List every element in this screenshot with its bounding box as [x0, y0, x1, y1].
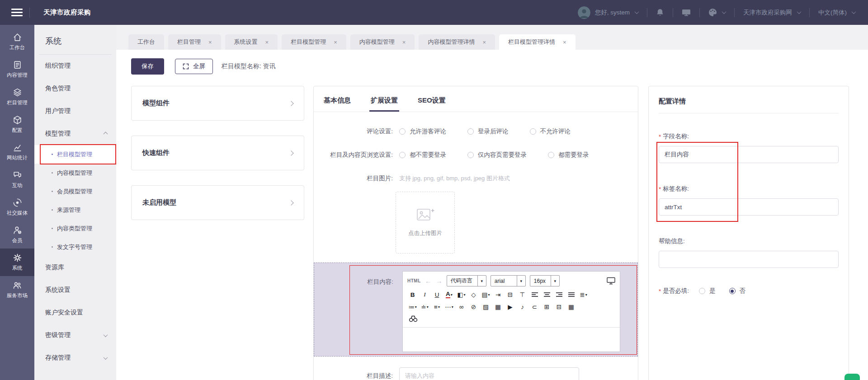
rail-item-columns[interactable]: 栏目管理	[0, 83, 34, 111]
code-language-select[interactable]: 代码语言▾	[447, 275, 486, 286]
clear-format-icon[interactable]: ◇	[468, 290, 479, 300]
rail-item-config[interactable]: 配置	[0, 111, 34, 138]
sidebar-item-doc-number[interactable]: 发文字号管理	[34, 238, 116, 256]
help-info-input[interactable]	[659, 251, 839, 268]
sidebar-item-user[interactable]: 用户管理	[34, 100, 116, 122]
selected-field-block[interactable]: 栏目内容: HTML ← → 代码语言▾ arial▾ 16px▾	[314, 263, 638, 357]
search-binoculars-icon[interactable]	[407, 314, 419, 324]
tab-column-model-detail[interactable]: 栏目模型管理详情×	[499, 34, 576, 50]
radio-required-no[interactable]: 否	[729, 287, 746, 295]
align-left-icon[interactable]	[529, 290, 540, 300]
font-color-icon[interactable]: A▾	[443, 290, 455, 300]
editor-content-area[interactable]	[403, 327, 620, 352]
card-disabled-models[interactable]: 未启用模型	[131, 185, 304, 220]
tab-close-icon[interactable]: ×	[563, 39, 566, 46]
image-icon[interactable]: ▧	[480, 302, 491, 312]
table-split-icon[interactable]: ⊞	[541, 302, 552, 312]
sidebar-item-content-type[interactable]: 内容类型管理	[34, 219, 116, 238]
tab-content-model-detail[interactable]: 内容模型管理详情×	[419, 34, 495, 50]
highlight-color-icon[interactable]: ◧▾	[456, 290, 467, 300]
image-upload-dropzone[interactable]: 点击上传图片	[396, 192, 455, 253]
format-painter-icon[interactable]: ▤▾	[480, 290, 491, 300]
radio-required-yes[interactable]: 是	[699, 287, 716, 295]
sidebar-item-content-model[interactable]: 内容模型管理	[34, 164, 116, 182]
anchor-icon[interactable]: ⊤	[517, 290, 528, 300]
tab-close-icon[interactable]: ×	[482, 39, 486, 46]
rail-item-social[interactable]: 社交媒体	[0, 193, 34, 221]
sidebar-item-column-model[interactable]: 栏目模型管理	[34, 145, 116, 164]
italic-icon[interactable]: I	[419, 290, 430, 300]
menu-toggle-icon[interactable]	[11, 9, 23, 16]
indent-icon[interactable]: ⇥	[492, 290, 504, 300]
tab-close-icon[interactable]: ×	[208, 39, 212, 46]
tab-seo-settings[interactable]: SEO设置	[418, 96, 446, 112]
attachment-icon[interactable]: ⊂	[529, 302, 540, 312]
font-family-select[interactable]: arial▾	[491, 275, 526, 286]
align-right-icon[interactable]	[553, 290, 565, 300]
sidebar-item-resources[interactable]: 资源库	[34, 256, 116, 279]
card-quick-components[interactable]: 快速组件	[131, 136, 304, 170]
sidebar-item-model[interactable]: 模型管理	[34, 122, 116, 145]
radio-login-comment[interactable]: 登录后评论	[467, 127, 509, 136]
align-center-icon[interactable]	[541, 290, 552, 300]
column-desc-input[interactable]	[399, 367, 579, 380]
card-model-components[interactable]: 模型组件	[131, 86, 304, 121]
tab-content-model-mgmt[interactable]: 内容模型管理×	[350, 34, 415, 50]
fullscreen-button[interactable]: 全屏	[175, 59, 213, 74]
list-style-icon[interactable]: ⋯▾	[443, 302, 455, 312]
undo-icon[interactable]: ←	[425, 277, 432, 284]
display-button[interactable]	[682, 9, 691, 17]
ordered-list-icon[interactable]: ≣▾	[578, 290, 589, 300]
rail-item-stats[interactable]: 网站统计	[0, 138, 34, 166]
tab-column-model-mgmt[interactable]: 栏目模型管理×	[282, 34, 346, 50]
radio-content-login-needed[interactable]: 仅内容页需要登录	[467, 151, 527, 159]
rail-item-interact[interactable]: 互动	[0, 166, 34, 193]
tab-workbench[interactable]: 工作台	[128, 34, 164, 50]
sidebar-item-account-security[interactable]: 账户安全设置	[34, 301, 116, 324]
rail-item-workbench[interactable]: 工作台	[0, 28, 34, 56]
rail-item-content[interactable]: 内容管理	[0, 56, 34, 83]
site-dropdown[interactable]: 天津市政府采购网	[743, 9, 801, 17]
tab-system-settings[interactable]: 系统设置×	[225, 34, 278, 50]
underline-icon[interactable]: U	[431, 290, 443, 300]
sidebar-item-storage[interactable]: 存储管理	[34, 347, 116, 369]
radio-no-login-needed[interactable]: 都不需要登录	[399, 151, 446, 159]
unordered-list-icon[interactable]: ≔▾	[407, 302, 418, 312]
sidebar-item-role[interactable]: 角色管理	[34, 77, 116, 100]
tab-column-mgmt[interactable]: 栏目管理×	[168, 34, 221, 50]
sidebar-item-member-model[interactable]: 会员模型管理	[34, 182, 116, 201]
floating-widget[interactable]	[844, 374, 860, 380]
sidebar-item-org[interactable]: 组织管理	[34, 55, 116, 77]
sidebar-item-source[interactable]: 来源管理	[34, 201, 116, 219]
field-name-input[interactable]	[659, 146, 839, 163]
music-icon[interactable]: ♪	[517, 302, 528, 312]
sidebar-item-system-settings[interactable]: 系统设置	[34, 279, 116, 301]
save-button[interactable]: 保存	[131, 58, 164, 75]
radio-no-comment[interactable]: 不允许评论	[530, 127, 571, 136]
align-justify-icon[interactable]	[566, 290, 577, 300]
paragraph-spacing-icon[interactable]: ≡▾	[431, 302, 443, 312]
tab-close-icon[interactable]: ×	[402, 39, 406, 46]
table-merge-icon[interactable]: ⊟	[553, 302, 565, 312]
video-icon[interactable]: ▶	[505, 302, 516, 312]
unlink-icon[interactable]: ⊘	[468, 302, 479, 312]
tab-extended-settings[interactable]: 扩展设置	[371, 96, 398, 112]
avatar[interactable]	[578, 6, 590, 19]
html-source-icon[interactable]: HTML	[407, 278, 421, 283]
font-size-select[interactable]: 16px▾	[530, 275, 560, 286]
rail-item-market[interactable]: 服务市场	[0, 276, 34, 304]
notification-button[interactable]	[656, 8, 664, 17]
bold-icon[interactable]: B	[407, 290, 418, 300]
tab-basic-info[interactable]: 基本信息	[324, 96, 351, 112]
radio-all-login-needed[interactable]: 都需要登录	[548, 151, 589, 159]
tag-name-input[interactable]	[659, 198, 839, 216]
table-icon[interactable]: ▦	[566, 302, 577, 312]
line-height-icon[interactable]: ≐▾	[419, 302, 430, 312]
language-dropdown[interactable]: 中文(简体)	[818, 9, 855, 17]
tab-close-icon[interactable]: ×	[265, 39, 269, 46]
sidebar-item-secrecy[interactable]: 密级管理	[34, 324, 116, 347]
paste-icon[interactable]: ⊟	[505, 290, 516, 300]
rail-item-member[interactable]: 会员	[0, 221, 34, 249]
user-menu[interactable]: 您好, system	[578, 6, 638, 19]
preview-button[interactable]	[607, 277, 615, 285]
